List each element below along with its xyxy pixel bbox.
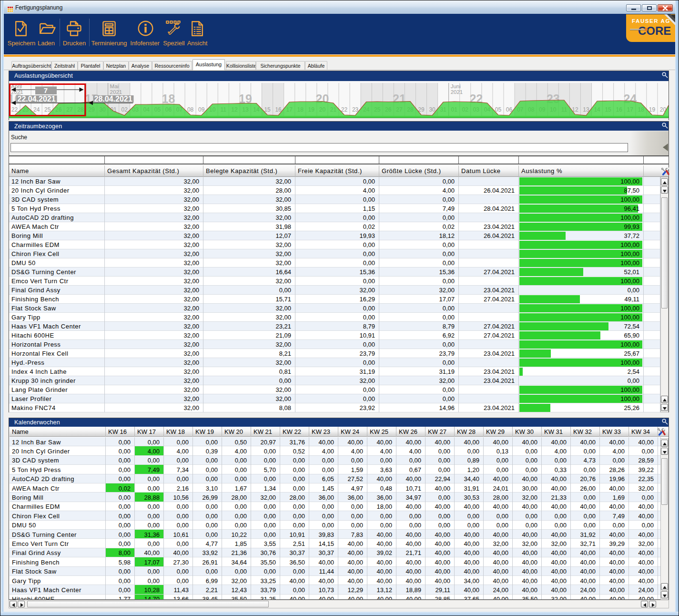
svg-text:15: 15 bbox=[264, 106, 271, 113]
svg-text:25: 25 bbox=[44, 106, 51, 113]
svg-text:05: 05 bbox=[495, 106, 502, 113]
svg-text:22: 22 bbox=[341, 106, 348, 113]
svg-text:22.04.2021: 22.04.2021 bbox=[18, 95, 56, 103]
svg-text:2021: 2021 bbox=[451, 89, 463, 95]
svg-text:Mai: Mai bbox=[110, 83, 119, 89]
svg-text:23: 23 bbox=[352, 106, 359, 113]
svg-text:FAUSER AG: FAUSER AG bbox=[632, 18, 670, 24]
svg-text:Juni: Juni bbox=[451, 83, 461, 89]
svg-text:19: 19 bbox=[649, 106, 656, 113]
svg-text:30: 30 bbox=[429, 106, 436, 113]
svg-text:2021: 2021 bbox=[110, 89, 122, 95]
svg-text:16: 16 bbox=[275, 106, 282, 113]
svg-text:22: 22 bbox=[11, 106, 18, 113]
svg-text:09: 09 bbox=[198, 106, 205, 113]
svg-text:18: 18 bbox=[162, 92, 175, 105]
svg-text:7: 7 bbox=[44, 86, 48, 94]
svg-text:24: 24 bbox=[33, 106, 40, 113]
svg-text:CORE: CORE bbox=[638, 24, 671, 37]
svg-text:02: 02 bbox=[122, 106, 128, 113]
svg-text:08: 08 bbox=[187, 106, 194, 113]
svg-text:28.04.2021: 28.04.2021 bbox=[94, 95, 132, 103]
